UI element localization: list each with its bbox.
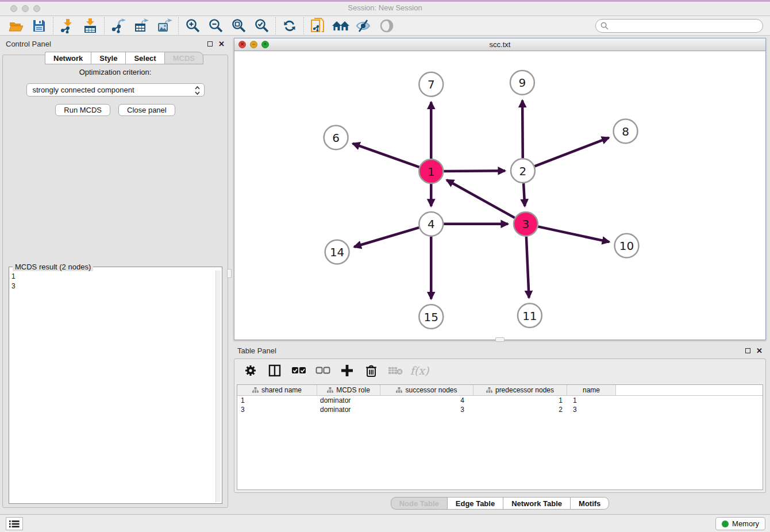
result-scrollbar[interactable] <box>215 271 221 502</box>
delete-column-button[interactable] <box>362 361 380 380</box>
show-columns-button[interactable] <box>265 361 284 380</box>
column-header-name[interactable]: name <box>567 385 616 395</box>
select-all-columns-button[interactable] <box>290 361 308 380</box>
task-history-button[interactable] <box>6 517 23 530</box>
unselect-all-columns-button[interactable] <box>314 361 332 380</box>
graph-edge-2-9[interactable] <box>522 101 523 159</box>
graph-edge-3-11[interactable] <box>526 237 529 298</box>
network-canvas[interactable]: 1234678910111415 <box>234 51 765 340</box>
function-builder-button[interactable]: f(x) <box>410 361 429 380</box>
graph-edge-3-1[interactable] <box>446 180 514 218</box>
horizontal-splitter-grip[interactable] <box>495 337 505 342</box>
svg-text:15: 15 <box>424 311 438 324</box>
close-panel-button[interactable]: Close panel <box>118 104 175 116</box>
table-row[interactable]: 1dominator411 <box>237 396 763 405</box>
float-table-panel-icon[interactable] <box>745 348 750 353</box>
window-title: Session: New Session <box>0 3 770 12</box>
delete-table-button[interactable] <box>386 361 405 380</box>
table-cell[interactable]: 3 <box>380 405 473 414</box>
graph-edge-4-14[interactable] <box>354 228 419 247</box>
criterion-value: strongly connected component <box>33 86 134 94</box>
export-network-button[interactable] <box>107 17 130 34</box>
home-layout-button[interactable] <box>329 17 352 34</box>
table-options-button[interactable] <box>241 361 260 380</box>
tab-style[interactable]: Style <box>91 52 125 64</box>
svg-text:8: 8 <box>622 125 629 138</box>
table-cell[interactable]: 3 <box>567 405 616 414</box>
graph-node-2[interactable]: 2 <box>511 159 535 183</box>
tab-mcds[interactable]: MCDS <box>164 52 203 64</box>
tab-select[interactable]: Select <box>125 52 164 64</box>
graph-edge-3-10[interactable] <box>538 226 609 242</box>
tab-network-table[interactable]: Network Table <box>503 497 570 510</box>
graph-node-15[interactable]: 15 <box>419 304 443 329</box>
toolbar-separator <box>178 17 179 34</box>
graph-node-11[interactable]: 11 <box>518 303 542 327</box>
export-table-button[interactable] <box>130 17 153 34</box>
open-file-button[interactable] <box>5 17 28 34</box>
add-column-button[interactable] <box>338 361 356 380</box>
search-input[interactable] <box>611 22 758 30</box>
fx-icon: f(x) <box>410 364 429 377</box>
hide-graphics-details-button[interactable] <box>352 17 375 34</box>
criterion-dropdown[interactable]: strongly connected component <box>26 83 205 97</box>
save-session-button[interactable] <box>28 17 51 34</box>
zoom-in-button[interactable] <box>181 17 204 34</box>
table-cell[interactable]: 3 <box>237 405 317 414</box>
mcds-result-list[interactable]: 13 <box>11 272 215 502</box>
export-image-button[interactable] <box>153 17 176 34</box>
graph-node-8[interactable]: 8 <box>614 119 638 144</box>
graph-node-4[interactable]: 4 <box>419 212 443 236</box>
graph-edge-2-3[interactable] <box>523 183 525 206</box>
tab-node-table[interactable]: Node Table <box>391 497 447 510</box>
refresh-button[interactable] <box>278 17 301 34</box>
tab-network[interactable]: Network <box>45 52 91 64</box>
graph-node-9[interactable]: 9 <box>510 71 534 95</box>
tab-motifs[interactable]: Motifs <box>570 497 609 510</box>
graph-node-1[interactable]: 1 <box>419 159 443 183</box>
table-cell[interactable]: dominator <box>317 396 380 405</box>
graph-node-10[interactable]: 10 <box>615 234 639 258</box>
table-cell[interactable]: 2 <box>473 405 567 414</box>
svg-text:11: 11 <box>522 310 537 323</box>
run-mcds-button[interactable]: Run MCDS <box>55 104 110 116</box>
svg-text:14: 14 <box>330 246 344 259</box>
zoom-fit-button[interactable] <box>227 17 250 34</box>
graph-node-3[interactable]: 3 <box>514 212 538 236</box>
column-header-successor-nodes[interactable]: successor nodes <box>380 385 473 395</box>
column-header-shared-name[interactable]: shared name <box>237 385 317 395</box>
table-cell[interactable]: 1 <box>473 396 567 405</box>
table-row[interactable]: 3dominator323 <box>237 405 763 414</box>
network-minimize-button[interactable]: − <box>250 41 257 48</box>
graph-edge-1-2[interactable] <box>444 171 505 171</box>
network-zoom-button[interactable]: + <box>261 41 269 48</box>
graph-edge-1-6[interactable] <box>353 144 419 167</box>
float-panel-icon[interactable] <box>207 41 213 47</box>
close-table-panel-icon[interactable]: ✕ <box>756 347 763 354</box>
graph-node-14[interactable]: 14 <box>325 240 349 264</box>
vertical-splitter-grip[interactable] <box>227 269 232 278</box>
network-close-button[interactable]: ✕ <box>238 41 246 48</box>
graph-node-6[interactable]: 6 <box>324 125 348 149</box>
graph-node-7[interactable]: 7 <box>419 72 443 97</box>
close-panel-icon[interactable]: ✕ <box>218 40 225 48</box>
zoom-out-icon <box>208 18 224 33</box>
zoom-selected-button[interactable] <box>250 17 273 34</box>
search-box[interactable] <box>595 19 763 33</box>
table-cell[interactable]: 1 <box>567 396 616 405</box>
graph-edge-2-8[interactable] <box>534 138 609 167</box>
clone-network-button[interactable] <box>306 17 329 34</box>
birds-eye-view-button[interactable] <box>375 17 398 34</box>
import-table-button[interactable] <box>79 17 102 34</box>
import-network-icon <box>60 18 75 33</box>
tab-edge-table[interactable]: Edge Table <box>447 497 503 510</box>
import-network-button[interactable] <box>56 17 79 34</box>
column-header-mcds-role[interactable]: MCDS role <box>317 385 380 395</box>
table-cell[interactable]: 4 <box>380 396 473 405</box>
memory-button[interactable]: Memory <box>715 517 765 530</box>
table-cell[interactable]: dominator <box>317 405 380 414</box>
zoom-out-button[interactable] <box>204 17 227 34</box>
table-cell[interactable]: 1 <box>237 396 317 405</box>
column-header-predecessor-nodes[interactable]: predecessor nodes <box>473 385 567 395</box>
network-window-titlebar[interactable]: scc.txt ✕ − + <box>234 38 765 51</box>
